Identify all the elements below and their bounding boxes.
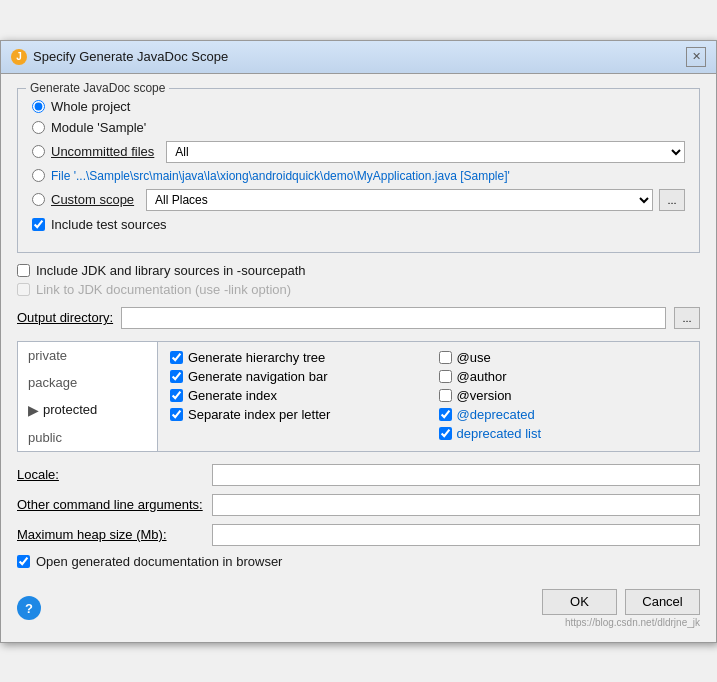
locale-row: Locale: (17, 464, 700, 486)
checkbox-author[interactable] (439, 370, 452, 383)
radio-label-file[interactable]: File '...\Sample\src\main\java\la\xiong\… (51, 169, 510, 183)
checkbox-open-browser[interactable] (17, 555, 30, 568)
scope-item-package-label: package (28, 375, 77, 390)
checkbox-index[interactable] (170, 389, 183, 402)
option-nav-bar: Generate navigation bar (170, 369, 419, 384)
label-hierarchy-tree[interactable]: Generate hierarchy tree (188, 350, 325, 365)
radio-custom[interactable] (32, 193, 45, 206)
custom-browse-button[interactable]: ... (659, 189, 685, 211)
output-directory-row: Output directory: ... (17, 307, 700, 329)
radio-label-module[interactable]: Module 'Sample' (51, 120, 146, 135)
title-bar: J Specify Generate JavaDoc Scope ✕ (1, 41, 716, 74)
watermark-text: https://blog.csdn.net/dldrjne_jk (542, 617, 700, 628)
scope-item-public-label: public (28, 430, 62, 445)
label-deprecated-list[interactable]: deprecated list (457, 426, 542, 441)
radio-module[interactable] (32, 121, 45, 134)
scope-item-protected-label: protected (43, 402, 97, 417)
label-use[interactable]: @use (457, 350, 491, 365)
custom-dropdown[interactable]: All Places (146, 189, 653, 211)
cancel-button[interactable]: Cancel (625, 589, 700, 615)
checkbox-include-jdk[interactable] (17, 264, 30, 277)
other-args-input[interactable] (212, 494, 700, 516)
checkbox-label-include-jdk[interactable]: Include JDK and library sources in -sour… (36, 263, 306, 278)
output-input[interactable] (121, 307, 666, 329)
options-checkboxes: Generate hierarchy tree @use Generate na… (158, 342, 699, 451)
checkbox-version[interactable] (439, 389, 452, 402)
checkbox-row-link-jdk: Link to JDK documentation (use -link opt… (17, 282, 700, 297)
option-use: @use (439, 350, 688, 365)
radio-row-custom: Custom scope All Places ... (32, 189, 685, 211)
label-deprecated[interactable]: @deprecated (457, 407, 535, 422)
uncommitted-dropdown[interactable]: All (166, 141, 685, 163)
option-version: @version (439, 388, 688, 403)
label-separate-index[interactable]: Separate index per letter (188, 407, 330, 422)
radio-row-file: File '...\Sample\src\main\java\la\xiong\… (32, 169, 685, 183)
dialog-body: Generate JavaDoc scope Whole project Mod… (1, 74, 716, 642)
scope-group: Generate JavaDoc scope Whole project Mod… (17, 88, 700, 253)
checkbox-row-include-jdk: Include JDK and library sources in -sour… (17, 263, 700, 278)
max-heap-label-text: Maximum heap size (Mb): (17, 527, 167, 542)
radio-row-module: Module 'Sample' (32, 120, 685, 135)
options-area: private package ▶ protected public G (17, 341, 700, 452)
dialog-icon: J (11, 49, 27, 65)
checkbox-link-jdk[interactable] (17, 283, 30, 296)
option-deprecated: @deprecated (439, 407, 688, 422)
radio-uncommitted[interactable] (32, 145, 45, 158)
checkbox-use[interactable] (439, 351, 452, 364)
checkbox-nav-bar[interactable] (170, 370, 183, 383)
checkbox-label-include-test[interactable]: Include test sources (51, 217, 167, 232)
radio-label-whole-project[interactable]: Whole project (51, 99, 130, 114)
max-heap-input[interactable] (212, 524, 700, 546)
locale-label-text: Locale: (17, 467, 59, 482)
scope-item-private[interactable]: private (18, 342, 157, 369)
uncommitted-label-text: Uncommitted files (51, 144, 154, 159)
scope-item-package[interactable]: package (18, 369, 157, 396)
radio-whole-project[interactable] (32, 100, 45, 113)
help-button[interactable]: ? (17, 596, 41, 620)
option-index: Generate index (170, 388, 419, 403)
label-version[interactable]: @version (457, 388, 512, 403)
dialog-window: J Specify Generate JavaDoc Scope ✕ Gener… (0, 40, 717, 643)
action-buttons: OK Cancel https://blog.csdn.net/dldrjne_… (542, 589, 700, 628)
locale-input[interactable] (212, 464, 700, 486)
output-label-text: Output directory: (17, 310, 113, 325)
checkbox-separate-index[interactable] (170, 408, 183, 421)
bottom-row: ? OK Cancel https://blog.csdn.net/dldrjn… (17, 581, 700, 628)
scope-list: private package ▶ protected public (18, 342, 158, 451)
checkbox-label-link-jdk[interactable]: Link to JDK documentation (use -link opt… (36, 282, 291, 297)
radio-file[interactable] (32, 169, 45, 182)
checkbox-hierarchy-tree[interactable] (170, 351, 183, 364)
other-args-label-text: Other command line arguments: (17, 497, 203, 512)
radio-label-uncommitted[interactable]: Uncommitted files (51, 144, 154, 159)
checkbox-row-open-browser: Open generated documentation in browser (17, 554, 700, 569)
option-author: @author (439, 369, 688, 384)
title-bar-left: J Specify Generate JavaDoc Scope (11, 49, 228, 65)
label-nav-bar[interactable]: Generate navigation bar (188, 369, 327, 384)
checkbox-label-open-browser[interactable]: Open generated documentation in browser (36, 554, 282, 569)
other-args-label: Other command line arguments: (17, 497, 212, 512)
checkbox-deprecated-list[interactable] (439, 427, 452, 440)
checkbox-row-include-test: Include test sources (32, 217, 685, 232)
option-separate-index: Separate index per letter (170, 407, 419, 422)
max-heap-label: Maximum heap size (Mb): (17, 527, 212, 542)
close-button[interactable]: ✕ (686, 47, 706, 67)
checkbox-include-test[interactable] (32, 218, 45, 231)
group-legend: Generate JavaDoc scope (26, 81, 169, 95)
label-author[interactable]: @author (457, 369, 507, 384)
radio-row-uncommitted: Uncommitted files All (32, 141, 685, 163)
option-deprecated-list: deprecated list (439, 426, 688, 441)
scope-item-private-label: private (28, 348, 67, 363)
radio-label-custom[interactable]: Custom scope (51, 192, 134, 207)
output-browse-button[interactable]: ... (674, 307, 700, 329)
ok-button[interactable]: OK (542, 589, 617, 615)
radio-row-whole-project: Whole project (32, 99, 685, 114)
label-index[interactable]: Generate index (188, 388, 277, 403)
dialog-title: Specify Generate JavaDoc Scope (33, 49, 228, 64)
scope-arrow-icon: ▶ (28, 402, 39, 418)
max-heap-row: Maximum heap size (Mb): (17, 524, 700, 546)
scope-item-protected[interactable]: ▶ protected (18, 396, 157, 424)
checkbox-deprecated[interactable] (439, 408, 452, 421)
module-label-text: Module 'Sample' (51, 120, 146, 135)
other-args-row: Other command line arguments: (17, 494, 700, 516)
scope-item-public[interactable]: public (18, 424, 157, 451)
